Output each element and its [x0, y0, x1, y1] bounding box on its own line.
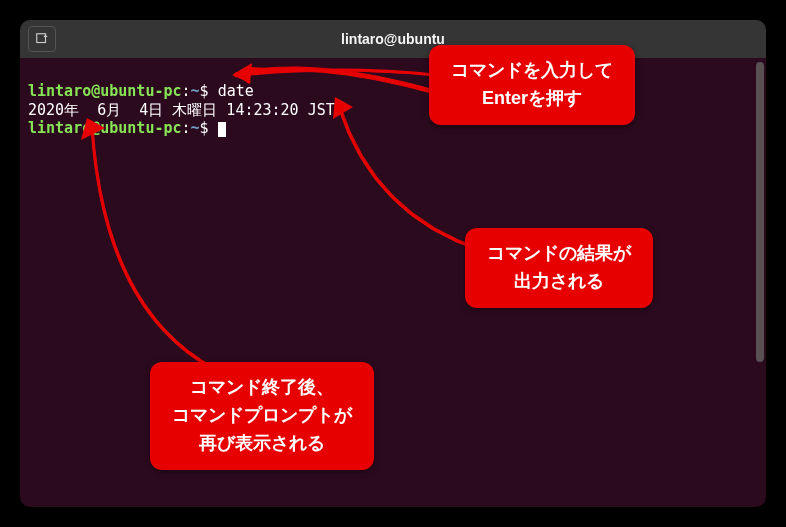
callout-prompt-return: コマンド終了後、 コマンドプロンプトが 再び表示される — [150, 362, 374, 470]
prompt-sigil: $ — [200, 82, 209, 100]
window-title: lintaro@ubuntu — [20, 31, 766, 47]
callout-line: 再び表示される — [172, 430, 352, 458]
arrow-3 — [85, 118, 285, 378]
callout-line: コマンドの結果が — [487, 240, 631, 268]
callout-line: コマンドプロンプトが — [172, 402, 352, 430]
titlebar: lintaro@ubuntu — [20, 20, 766, 58]
new-tab-button[interactable] — [28, 26, 56, 52]
prompt-sep: : — [182, 82, 191, 100]
scrollbar[interactable] — [756, 62, 764, 362]
callout-line: コマンドを入力して — [451, 57, 613, 85]
new-tab-icon — [35, 32, 49, 46]
prompt-user: lintaro@ubuntu-pc — [28, 82, 182, 100]
svg-rect-0 — [37, 34, 46, 43]
prompt-path: ~ — [191, 82, 200, 100]
prompt-line-1: lintaro@ubuntu-pc:~$ date — [28, 82, 254, 100]
callout-line: コマンド終了後、 — [172, 374, 352, 402]
callout-line: 出力される — [487, 268, 631, 296]
callout-output: コマンドの結果が 出力される — [465, 228, 653, 308]
